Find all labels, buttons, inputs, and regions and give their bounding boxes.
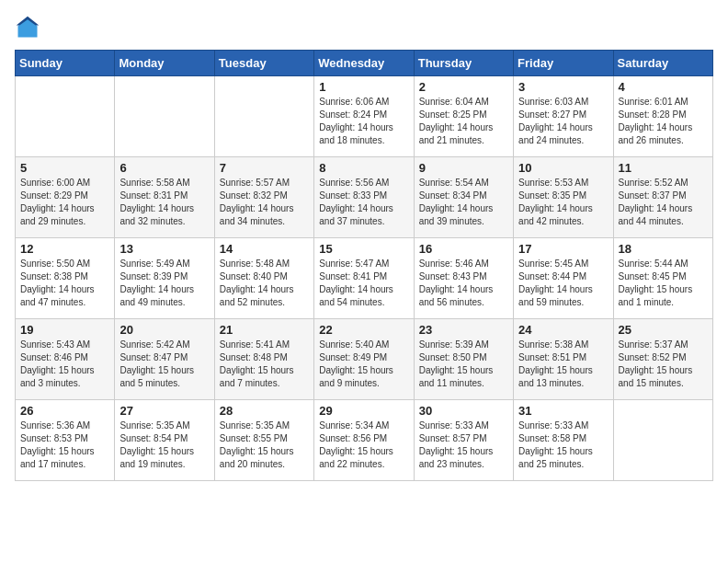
day-cell-5: 5Sunrise: 6:00 AMSunset: 8:29 PMDaylight… — [16, 157, 115, 238]
day-info-18: Sunrise: 5:44 AMSunset: 8:45 PMDaylight:… — [619, 258, 708, 309]
day-info-5: Sunrise: 6:00 AMSunset: 8:29 PMDaylight:… — [20, 177, 109, 228]
day-cell-25: 25Sunrise: 5:37 AMSunset: 8:52 PMDayligh… — [613, 319, 712, 400]
day-cell-7: 7Sunrise: 5:57 AMSunset: 8:32 PMDaylight… — [214, 157, 313, 238]
day-number-12: 12 — [20, 242, 109, 256]
day-info-29: Sunrise: 5:34 AMSunset: 8:56 PMDaylight:… — [319, 419, 408, 471]
day-number-30: 30 — [419, 404, 508, 418]
page-header — [15, 15, 713, 40]
day-cell-13: 13Sunrise: 5:49 AMSunset: 8:39 PMDayligh… — [115, 238, 214, 319]
day-info-6: Sunrise: 5:58 AMSunset: 8:31 PMDaylight:… — [119, 177, 209, 228]
day-number-2: 2 — [419, 80, 508, 94]
day-cell-22: 22Sunrise: 5:40 AMSunset: 8:49 PMDayligh… — [314, 319, 414, 400]
day-cell-14: 14Sunrise: 5:48 AMSunset: 8:40 PMDayligh… — [214, 238, 313, 319]
day-number-21: 21 — [220, 323, 309, 337]
day-info-22: Sunrise: 5:40 AMSunset: 8:49 PMDaylight:… — [319, 339, 408, 390]
day-info-17: Sunrise: 5:45 AMSunset: 8:44 PMDaylight:… — [518, 258, 608, 309]
day-cell-9: 9Sunrise: 5:54 AMSunset: 8:34 PMDaylight… — [414, 157, 513, 238]
day-info-24: Sunrise: 5:38 AMSunset: 8:51 PMDaylight:… — [518, 339, 608, 390]
day-number-22: 22 — [319, 323, 408, 337]
day-info-21: Sunrise: 5:41 AMSunset: 8:48 PMDaylight:… — [220, 339, 309, 390]
day-info-26: Sunrise: 5:36 AMSunset: 8:53 PMDaylight:… — [20, 419, 109, 471]
day-number-25: 25 — [619, 323, 708, 337]
calendar-body: 1Sunrise: 6:06 AMSunset: 8:24 PMDaylight… — [16, 76, 713, 481]
day-info-23: Sunrise: 5:39 AMSunset: 8:50 PMDaylight:… — [419, 339, 508, 390]
calendar-header: SundayMondayTuesdayWednesdayThursdayFrid… — [16, 51, 713, 76]
day-info-14: Sunrise: 5:48 AMSunset: 8:40 PMDaylight:… — [220, 258, 309, 309]
week-row-4: 19Sunrise: 5:43 AMSunset: 8:46 PMDayligh… — [16, 319, 713, 400]
weekday-tuesday: Tuesday — [214, 51, 313, 76]
day-cell-6: 6Sunrise: 5:58 AMSunset: 8:31 PMDaylight… — [115, 157, 214, 238]
day-number-14: 14 — [220, 242, 309, 256]
day-info-4: Sunrise: 6:01 AMSunset: 8:28 PMDaylight:… — [619, 96, 708, 147]
day-number-15: 15 — [319, 242, 408, 256]
day-number-20: 20 — [119, 323, 209, 337]
day-info-7: Sunrise: 5:57 AMSunset: 8:32 PMDaylight:… — [220, 177, 309, 228]
day-info-11: Sunrise: 5:52 AMSunset: 8:37 PMDaylight:… — [619, 177, 708, 228]
day-number-19: 19 — [20, 323, 109, 337]
day-number-13: 13 — [119, 242, 209, 256]
empty-cell-4-6 — [613, 400, 712, 481]
day-info-25: Sunrise: 5:37 AMSunset: 8:52 PMDaylight:… — [619, 339, 708, 390]
day-info-31: Sunrise: 5:33 AMSunset: 8:58 PMDaylight:… — [518, 419, 608, 471]
day-number-26: 26 — [20, 404, 109, 418]
day-info-28: Sunrise: 5:35 AMSunset: 8:55 PMDaylight:… — [220, 419, 309, 471]
weekday-wednesday: Wednesday — [314, 51, 414, 76]
day-info-10: Sunrise: 5:53 AMSunset: 8:35 PMDaylight:… — [518, 177, 608, 228]
day-number-11: 11 — [619, 161, 708, 175]
day-info-16: Sunrise: 5:46 AMSunset: 8:43 PMDaylight:… — [419, 258, 508, 309]
day-cell-11: 11Sunrise: 5:52 AMSunset: 8:37 PMDayligh… — [613, 157, 712, 238]
day-cell-23: 23Sunrise: 5:39 AMSunset: 8:50 PMDayligh… — [414, 319, 513, 400]
day-cell-31: 31Sunrise: 5:33 AMSunset: 8:58 PMDayligh… — [514, 400, 613, 481]
day-info-1: Sunrise: 6:06 AMSunset: 8:24 PMDaylight:… — [319, 96, 408, 147]
day-cell-10: 10Sunrise: 5:53 AMSunset: 8:35 PMDayligh… — [514, 157, 613, 238]
day-number-31: 31 — [518, 404, 608, 418]
svg-marker-0 — [18, 18, 38, 38]
day-info-27: Sunrise: 5:35 AMSunset: 8:54 PMDaylight:… — [119, 419, 209, 471]
day-number-8: 8 — [319, 161, 408, 175]
weekday-friday: Friday — [514, 51, 613, 76]
day-number-27: 27 — [119, 404, 209, 418]
day-cell-3: 3Sunrise: 6:03 AMSunset: 8:27 PMDaylight… — [514, 76, 613, 157]
day-cell-19: 19Sunrise: 5:43 AMSunset: 8:46 PMDayligh… — [16, 319, 115, 400]
day-info-20: Sunrise: 5:42 AMSunset: 8:47 PMDaylight:… — [119, 339, 209, 390]
day-cell-12: 12Sunrise: 5:50 AMSunset: 8:38 PMDayligh… — [16, 238, 115, 319]
week-row-2: 5Sunrise: 6:00 AMSunset: 8:29 PMDaylight… — [16, 157, 713, 238]
empty-cell-0-1 — [115, 76, 214, 157]
day-cell-28: 28Sunrise: 5:35 AMSunset: 8:55 PMDayligh… — [214, 400, 313, 481]
weekday-saturday: Saturday — [613, 51, 712, 76]
day-number-7: 7 — [220, 161, 309, 175]
weekday-monday: Monday — [115, 51, 214, 76]
day-number-5: 5 — [20, 161, 109, 175]
day-info-2: Sunrise: 6:04 AMSunset: 8:25 PMDaylight:… — [419, 96, 508, 147]
day-cell-17: 17Sunrise: 5:45 AMSunset: 8:44 PMDayligh… — [514, 238, 613, 319]
day-number-28: 28 — [220, 404, 309, 418]
day-number-18: 18 — [619, 242, 708, 256]
day-number-9: 9 — [419, 161, 508, 175]
logo — [15, 15, 44, 40]
weekday-sunday: Sunday — [16, 51, 115, 76]
day-cell-4: 4Sunrise: 6:01 AMSunset: 8:28 PMDaylight… — [613, 76, 712, 157]
weekday-header-row: SundayMondayTuesdayWednesdayThursdayFrid… — [16, 51, 713, 76]
empty-cell-0-2 — [214, 76, 313, 157]
day-cell-2: 2Sunrise: 6:04 AMSunset: 8:25 PMDaylight… — [414, 76, 513, 157]
day-cell-21: 21Sunrise: 5:41 AMSunset: 8:48 PMDayligh… — [214, 319, 313, 400]
day-info-12: Sunrise: 5:50 AMSunset: 8:38 PMDaylight:… — [20, 258, 109, 309]
day-cell-30: 30Sunrise: 5:33 AMSunset: 8:57 PMDayligh… — [414, 400, 513, 481]
day-number-1: 1 — [319, 80, 408, 94]
day-number-10: 10 — [518, 161, 608, 175]
day-number-29: 29 — [319, 404, 408, 418]
day-number-17: 17 — [518, 242, 608, 256]
day-cell-27: 27Sunrise: 5:35 AMSunset: 8:54 PMDayligh… — [115, 400, 214, 481]
day-number-16: 16 — [419, 242, 508, 256]
day-cell-24: 24Sunrise: 5:38 AMSunset: 8:51 PMDayligh… — [514, 319, 613, 400]
logo-icon — [15, 15, 40, 40]
day-info-3: Sunrise: 6:03 AMSunset: 8:27 PMDaylight:… — [518, 96, 608, 147]
day-cell-18: 18Sunrise: 5:44 AMSunset: 8:45 PMDayligh… — [613, 238, 712, 319]
day-number-24: 24 — [518, 323, 608, 337]
day-number-23: 23 — [419, 323, 508, 337]
day-number-6: 6 — [119, 161, 209, 175]
day-cell-20: 20Sunrise: 5:42 AMSunset: 8:47 PMDayligh… — [115, 319, 214, 400]
day-cell-8: 8Sunrise: 5:56 AMSunset: 8:33 PMDaylight… — [314, 157, 414, 238]
day-info-30: Sunrise: 5:33 AMSunset: 8:57 PMDaylight:… — [419, 419, 508, 471]
week-row-3: 12Sunrise: 5:50 AMSunset: 8:38 PMDayligh… — [16, 238, 713, 319]
